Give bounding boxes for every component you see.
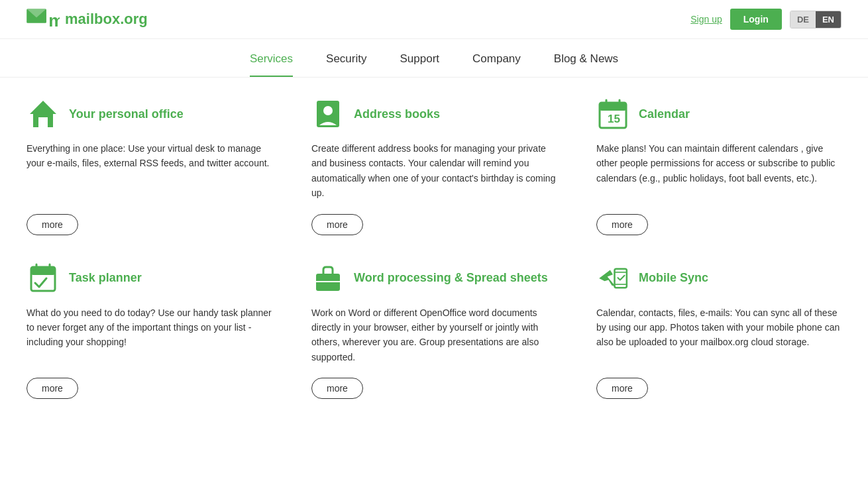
- card-title-mobile-sync: Mobile Sync: [639, 271, 708, 285]
- content-area: Your personal office Everything in one p…: [0, 84, 868, 425]
- card-header-mobile-sync: Mobile Sync: [596, 262, 841, 295]
- card-desc-task-planner: What do you need to do today? Use our ha…: [27, 305, 272, 365]
- svg-rect-16: [31, 267, 55, 275]
- briefcase-icon: [311, 262, 345, 295]
- address-book-icon: [311, 97, 345, 131]
- more-button-mobile-sync[interactable]: more: [596, 378, 648, 399]
- card-desc-calendar: Make plans! You can maintain different c…: [596, 141, 841, 201]
- more-button-personal-office[interactable]: more: [27, 214, 78, 235]
- calendar-icon: 15: [596, 97, 629, 131]
- more-button-task-planner[interactable]: more: [27, 378, 78, 399]
- card-header-personal-office: Your personal office: [27, 97, 272, 131]
- card-personal-office: Your personal office Everything in one p…: [27, 97, 272, 235]
- logo-icon: m: [27, 7, 60, 32]
- card-title-personal-office: Your personal office: [69, 107, 184, 121]
- card-header-task-planner: Task planner: [27, 262, 272, 295]
- nav-item-security[interactable]: Security: [326, 52, 366, 77]
- card-title-address-books: Address books: [354, 107, 440, 121]
- header-right: Sign up Login DE EN: [690, 9, 841, 30]
- house-icon: [27, 97, 60, 131]
- lang-de-button[interactable]: DE: [790, 11, 816, 28]
- logo-area: m mailbox.org: [27, 7, 148, 32]
- nav-item-company[interactable]: Company: [472, 52, 521, 77]
- services-grid: Your personal office Everything in one p…: [27, 97, 841, 399]
- mobile-sync-icon: [596, 262, 629, 295]
- header: m mailbox.org Sign up Login DE EN: [0, 0, 868, 39]
- card-header-calendar: 15 Calendar: [596, 97, 841, 131]
- svg-rect-5: [38, 117, 48, 127]
- task-planner-icon: [27, 262, 60, 295]
- svg-point-7: [323, 106, 333, 115]
- card-task-planner: Task planner What do you need to do toda…: [27, 262, 272, 400]
- more-button-calendar[interactable]: more: [596, 214, 648, 235]
- signup-link[interactable]: Sign up: [690, 14, 722, 25]
- login-button[interactable]: Login: [730, 9, 782, 30]
- card-desc-mobile-sync: Calendar, contacts, files, e-mails: You …: [596, 305, 841, 365]
- card-header-word-processing: Word processing & Spread sheets: [311, 262, 557, 295]
- more-button-word-processing[interactable]: more: [311, 378, 363, 399]
- card-title-task-planner: Task planner: [69, 271, 142, 285]
- card-desc-word-processing: Work on Word or different OpenOffice wor…: [311, 305, 557, 365]
- card-desc-address-books: Create different address books for manag…: [311, 141, 557, 201]
- svg-text:m: m: [48, 11, 60, 30]
- card-title-word-processing: Word processing & Spread sheets: [354, 271, 548, 285]
- more-button-address-books[interactable]: more: [311, 214, 363, 235]
- card-desc-personal-office: Everything in one place: Use your virtua…: [27, 141, 272, 201]
- card-mobile-sync: Mobile Sync Calendar, contacts, files, e…: [596, 262, 841, 400]
- nav-item-blog[interactable]: Blog & News: [554, 52, 618, 77]
- lang-en-button[interactable]: EN: [816, 11, 841, 28]
- svg-rect-9: [600, 103, 626, 111]
- nav-item-support[interactable]: Support: [400, 52, 439, 77]
- logo-text: mailbox.org: [65, 11, 148, 28]
- lang-switcher: DE EN: [790, 11, 841, 28]
- card-title-calendar: Calendar: [639, 107, 690, 121]
- card-calendar: 15 Calendar Make plans! You can maintain…: [596, 97, 841, 235]
- card-address-books: Address books Create different address b…: [311, 97, 557, 235]
- card-word-processing: Word processing & Spread sheets Work on …: [311, 262, 557, 400]
- nav-item-services[interactable]: Services: [250, 52, 293, 77]
- svg-text:15: 15: [608, 113, 620, 125]
- card-header-address-books: Address books: [311, 97, 557, 131]
- main-nav: Services Security Support Company Blog &…: [0, 39, 868, 78]
